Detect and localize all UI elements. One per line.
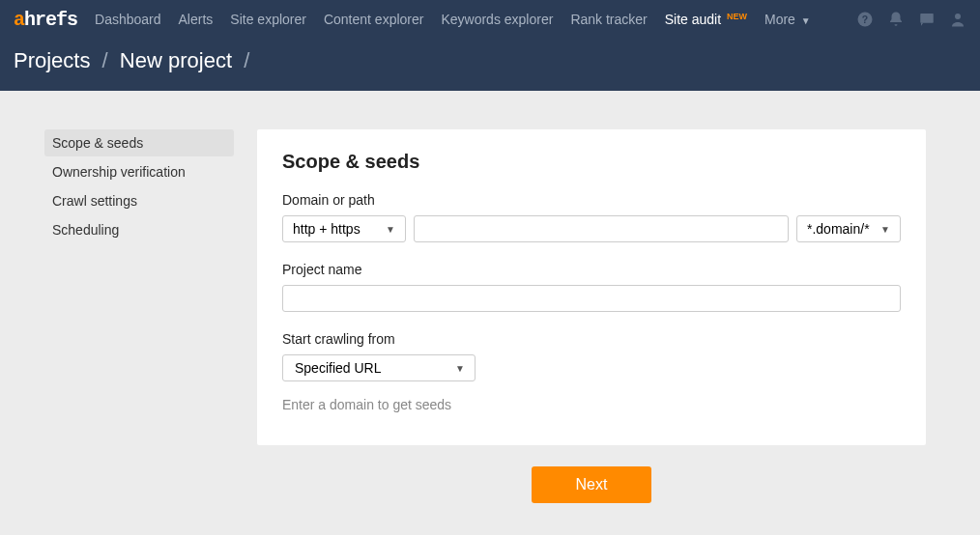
- breadcrumb-projects[interactable]: Projects: [14, 48, 90, 72]
- crawl-from-group: Start crawling from Specified URL ▼ Ente…: [282, 331, 901, 412]
- nav-more-label: More: [764, 12, 795, 27]
- project-name-input[interactable]: [282, 285, 901, 312]
- protocol-select-value: http + https: [293, 221, 360, 237]
- chat-icon[interactable]: [918, 11, 936, 28]
- nav-content-explorer[interactable]: Content explorer: [324, 12, 424, 27]
- user-icon[interactable]: [949, 11, 966, 28]
- sidebar: Scope & seeds Ownership verification Cra…: [44, 129, 234, 503]
- svg-rect-2: [920, 14, 934, 23]
- project-name-label: Project name: [282, 262, 901, 277]
- crawl-from-label: Start crawling from: [282, 331, 901, 347]
- content: Scope & seeds Ownership verification Cra…: [0, 91, 980, 503]
- sidebar-item-crawl-settings[interactable]: Crawl settings: [44, 187, 234, 214]
- bell-icon[interactable]: [887, 11, 905, 28]
- domain-label: Domain or path: [282, 192, 901, 208]
- main: Scope & seeds Domain or path http + http…: [257, 129, 926, 503]
- nav-rank-tracker[interactable]: Rank tracker: [570, 12, 647, 27]
- logo[interactable]: ahrefs: [14, 9, 77, 31]
- crawl-from-select[interactable]: Specified URL ▼: [282, 354, 476, 381]
- chevron-down-icon: ▼: [455, 363, 465, 374]
- domain-input[interactable]: [414, 215, 789, 242]
- sidebar-item-ownership[interactable]: Ownership verification: [44, 158, 234, 185]
- breadcrumb-new-project[interactable]: New project: [120, 48, 232, 72]
- nav-site-audit-label: Site audit: [665, 12, 721, 27]
- nav-site-explorer[interactable]: Site explorer: [230, 12, 306, 27]
- nav-keywords-explorer[interactable]: Keywords explorer: [441, 12, 553, 27]
- sidebar-item-scheduling[interactable]: Scheduling: [44, 216, 234, 243]
- sidebar-item-scope-seeds[interactable]: Scope & seeds: [44, 129, 234, 156]
- next-button[interactable]: Next: [532, 466, 652, 503]
- nav-alerts[interactable]: Alerts: [179, 12, 214, 27]
- nav-dashboard[interactable]: Dashboard: [95, 12, 161, 27]
- breadcrumb-separator: /: [102, 48, 108, 72]
- domain-group: Domain or path http + https ▼ *.domain/*…: [282, 192, 901, 242]
- logo-prefix: a: [14, 9, 24, 31]
- next-row: Next: [257, 466, 926, 503]
- domain-row: http + https ▼ *.domain/* ▼: [282, 215, 901, 242]
- crawl-from-select-value: Specified URL: [295, 360, 382, 376]
- seeds-hint: Enter a domain to get seeds: [282, 397, 901, 412]
- chevron-down-icon: ▼: [386, 224, 395, 235]
- svg-text:?: ?: [862, 14, 868, 25]
- nav-site-audit[interactable]: Site audit NEW: [665, 12, 747, 27]
- breadcrumb-bar: Projects / New project /: [0, 39, 980, 91]
- new-badge: NEW: [727, 12, 747, 21]
- breadcrumb-separator: /: [244, 48, 249, 72]
- nav-more[interactable]: More ▼: [764, 12, 811, 27]
- scope-select[interactable]: *.domain/* ▼: [796, 215, 901, 242]
- breadcrumb: Projects / New project /: [14, 48, 966, 73]
- help-icon[interactable]: ?: [856, 11, 874, 28]
- scope-select-value: *.domain/*: [807, 221, 870, 237]
- chevron-down-icon: ▼: [880, 224, 890, 235]
- project-name-group: Project name: [282, 262, 901, 312]
- nav-icons: ?: [856, 11, 966, 28]
- form-card: Scope & seeds Domain or path http + http…: [257, 129, 926, 445]
- protocol-select[interactable]: http + https ▼: [282, 215, 406, 242]
- page-title: Scope & seeds: [282, 151, 901, 173]
- top-nav: ahrefs Dashboard Alerts Site explorer Co…: [0, 0, 980, 39]
- logo-rest: hrefs: [24, 9, 77, 31]
- chevron-down-icon: ▼: [801, 15, 811, 26]
- nav-items: Dashboard Alerts Site explorer Content e…: [95, 12, 839, 27]
- svg-point-3: [955, 14, 961, 19]
